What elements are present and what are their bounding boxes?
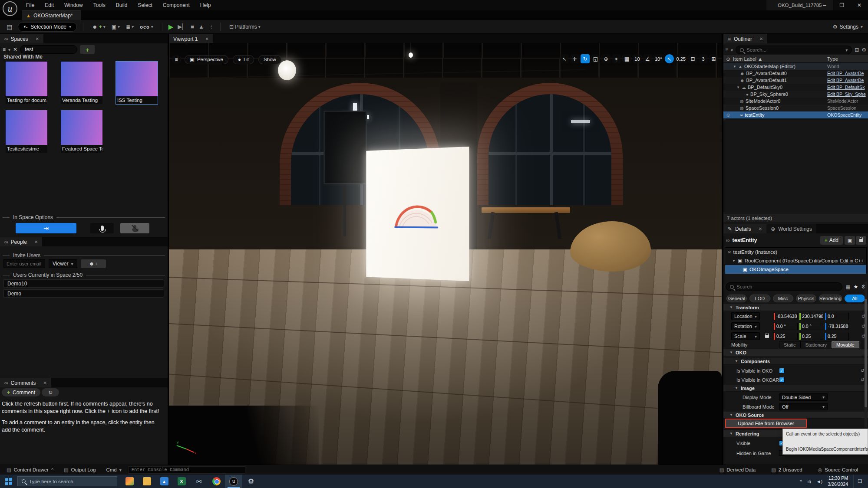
space-card-testtest[interactable]: Testtesttestme xyxy=(6,110,47,153)
volume-icon[interactable]: ◄) xyxy=(816,479,823,484)
viewport-options-menu[interactable]: ≡ xyxy=(172,55,181,64)
type-column[interactable]: Type xyxy=(827,56,868,62)
enter-space-button[interactable]: ⇥ xyxy=(16,223,76,233)
scale-lock-icon[interactable] xyxy=(765,335,769,338)
outliner-row-defaultsky[interactable]: ▼☁BP_DefaultSky0 Edit BP_DefaultSk xyxy=(723,84,868,91)
outliner-search-pill[interactable]: ▾ xyxy=(736,46,852,54)
tab-comments[interactable]: ∞ Comments ✕ xyxy=(0,378,51,387)
taskbar-app-settings[interactable]: ⚙ xyxy=(242,475,260,488)
invite-user-button[interactable]: ☻ + xyxy=(81,259,106,268)
eye-icon[interactable]: ⊙ xyxy=(723,56,733,62)
menu-select[interactable]: Select xyxy=(133,0,156,10)
unsaved-button[interactable]: ▤ 2 Unsaved xyxy=(767,465,806,475)
rotation-dropdown[interactable]: Rotation▾ xyxy=(731,322,760,330)
save-icon[interactable]: ▤ xyxy=(4,23,14,31)
gear-icon[interactable]: ⚙ xyxy=(861,47,866,53)
viewport-3d-scene[interactable]: -Y x ≡ ▣ Perspective ● Lit Show xyxy=(169,43,722,465)
outliner-row-avatar0[interactable]: ☻BP_AvatarDefault0 Edit BP_AvatarDe xyxy=(723,70,868,77)
eye-icon[interactable]: ⊙ xyxy=(723,113,733,118)
close-icon[interactable]: ✕ xyxy=(205,36,208,41)
tab-spaces[interactable]: ∞ Spaces ✕ xyxy=(0,34,43,43)
taskbar-app-excel[interactable]: X xyxy=(173,475,190,488)
play-button[interactable]: ▶ xyxy=(168,23,174,31)
stop-button[interactable]: ■ xyxy=(191,23,194,30)
scale-dropdown[interactable]: Scale▾ xyxy=(731,332,760,340)
item-label-column[interactable]: Item Label ▲ xyxy=(733,56,827,62)
filter-physics[interactable]: Physics xyxy=(796,295,816,302)
camera-speed-icon[interactable]: ↖ xyxy=(665,54,674,63)
menu-edit[interactable]: Edit xyxy=(40,0,58,10)
menu-component[interactable]: Component xyxy=(158,0,194,10)
component-row-instance[interactable]: ∞testEntity (Instance) xyxy=(725,248,866,256)
taskbar-app-chrome[interactable] xyxy=(208,475,225,488)
add-component-button[interactable]: + Add xyxy=(820,236,843,245)
tab-outliner[interactable]: ≡ Outliner ✕ xyxy=(723,34,767,43)
select-tool[interactable]: ↖ xyxy=(560,54,569,63)
rotation-snap-toggle[interactable]: ∠ xyxy=(643,54,652,63)
menu-file[interactable]: File xyxy=(22,0,39,10)
new-folder-icon[interactable]: ⊞ xyxy=(855,47,859,53)
section-components[interactable]: ▼Components xyxy=(723,358,868,365)
component-row-okoimagespace[interactable]: ▣OKOImageSpace xyxy=(725,265,866,274)
cmd-dropdown[interactable]: Cmd ▾ xyxy=(102,465,125,475)
content-drawer-button[interactable]: ▤ Content Drawer ^ xyxy=(3,465,57,475)
display-filter-icon[interactable]: ▦ xyxy=(845,284,850,290)
console-command-input[interactable]: Enter Console Command xyxy=(128,466,245,474)
filter-all[interactable]: All xyxy=(845,295,865,302)
cinematics-dropdown[interactable]: ≣ ▾ xyxy=(123,24,136,30)
section-transform[interactable]: ▼Transform xyxy=(723,304,868,311)
mic-on-button[interactable] xyxy=(90,223,114,233)
outliner-row-sitemodel[interactable]: ◍SiteModelActor0 SiteModelActor xyxy=(723,98,868,105)
eject-button[interactable]: ▲ xyxy=(198,23,204,30)
mobility-stationary[interactable]: Stationary xyxy=(801,341,832,348)
space-card-testing-docs[interactable]: Testing for docum... xyxy=(6,62,47,104)
scale-y-field[interactable]: 0.25 xyxy=(799,333,823,340)
network-icon[interactable]: ılı xyxy=(807,479,811,484)
location-y-field[interactable]: 230.147982 xyxy=(799,313,823,320)
menu-tools[interactable]: Tools xyxy=(89,0,110,10)
oko-dropdown[interactable]: oco ▾ xyxy=(137,24,156,29)
filter-icon[interactable]: ≡ xyxy=(725,47,728,53)
selection-mode-dropdown[interactable]: ↖ Selection Mode ▾ xyxy=(18,22,77,32)
component-row-root[interactable]: ▼▣ RootComponent (RootSpaceEntityCompone… xyxy=(725,256,866,265)
blueprints-dropdown[interactable]: ▣ ▾ xyxy=(109,24,122,30)
rotation-snap-value[interactable]: 10° xyxy=(653,54,663,63)
menu-window[interactable]: Window xyxy=(60,0,87,10)
add-actor-dropdown[interactable]: ☻ + ▾ xyxy=(89,24,108,30)
rotation-y-field[interactable]: 0.0 ° xyxy=(799,323,823,330)
move-tool[interactable]: ✛ xyxy=(570,54,579,63)
chevron-down-icon[interactable]: ▾ xyxy=(731,48,733,52)
rotation-z-field[interactable]: -78.315888 xyxy=(825,323,849,330)
reset-icon[interactable]: ↺ xyxy=(861,368,865,373)
mobility-static[interactable]: Static xyxy=(779,341,801,348)
output-log-button[interactable]: ▤ Output Log xyxy=(60,465,99,475)
outliner-search-input[interactable] xyxy=(746,47,843,52)
spaces-search-input[interactable] xyxy=(20,45,77,54)
tab-viewport-1[interactable]: Viewport 1 ✕ xyxy=(169,34,213,43)
tab-world-settings[interactable]: ⊕ World Settings xyxy=(766,224,816,233)
space-card-featured[interactable]: Featured Space Test xyxy=(61,110,102,153)
play-options-dots[interactable]: ⋮ xyxy=(208,23,214,30)
close-icon[interactable]: ✕ xyxy=(36,36,39,41)
is-visible-oko-checkbox[interactable]: ✓ xyxy=(779,368,785,373)
mobility-movable[interactable]: Movable xyxy=(832,341,859,348)
section-oko[interactable]: ▼OKO xyxy=(723,349,868,356)
taskbar-clock[interactable]: 12:30 PM 3/26/2024 xyxy=(828,475,848,487)
perspective-dropdown[interactable]: ▣ Perspective xyxy=(185,55,228,64)
close-icon[interactable]: ✕ xyxy=(43,380,47,385)
details-search-input[interactable] xyxy=(736,284,838,289)
settings-dropdown[interactable]: ⚙ Settings ▾ xyxy=(833,24,863,30)
outliner-row-avatar1[interactable]: ☻BP_AvatarDefault1 Edit BP_AvatarDe xyxy=(723,77,868,84)
chevron-down-icon[interactable]: ▾ xyxy=(8,47,10,52)
details-search-pill[interactable] xyxy=(726,282,842,291)
derived-data-button[interactable]: ▤ Derived Data xyxy=(716,465,760,475)
clear-search-icon[interactable]: ✕ xyxy=(13,46,17,52)
add-space-button[interactable]: + xyxy=(80,45,95,54)
platforms-dropdown[interactable]: ⊡ Platforms ▾ xyxy=(227,24,263,30)
outliner-row-testentity[interactable]: ⊙ ∞testEntity OKOSpaceEntity xyxy=(723,111,868,118)
rotation-x-field[interactable]: 0.0 ° xyxy=(774,323,798,330)
maximize-viewport[interactable]: ⊞ xyxy=(709,54,718,63)
image-space-panel[interactable] xyxy=(366,147,469,281)
refresh-comments-button[interactable]: ↻ xyxy=(42,388,59,396)
skip-button[interactable]: ▶▏ xyxy=(178,23,186,30)
